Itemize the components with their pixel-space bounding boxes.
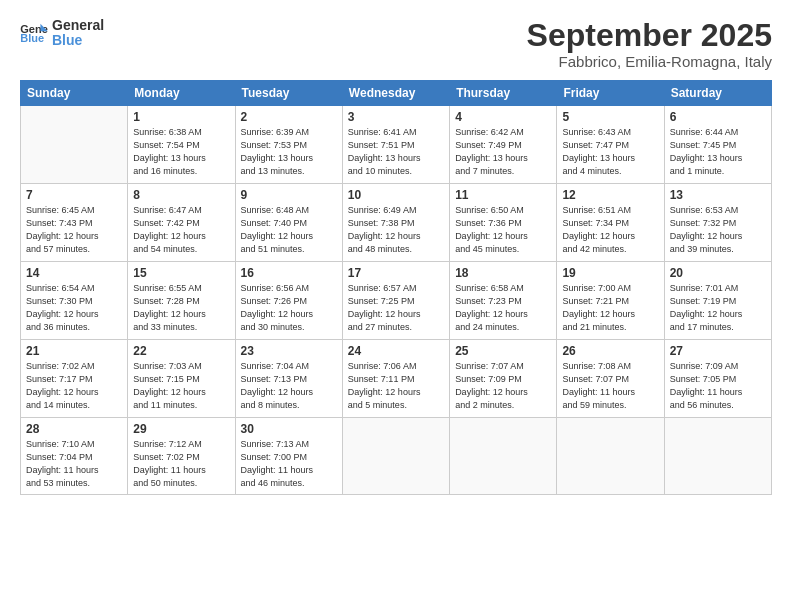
- calendar-cell: 22Sunrise: 7:03 AM Sunset: 7:15 PM Dayli…: [128, 340, 235, 418]
- calendar-cell: 15Sunrise: 6:55 AM Sunset: 7:28 PM Dayli…: [128, 262, 235, 340]
- day-number: 12: [562, 188, 658, 202]
- day-detail: Sunrise: 6:53 AM Sunset: 7:32 PM Dayligh…: [670, 204, 766, 256]
- weekday-header-row: Sunday Monday Tuesday Wednesday Thursday…: [21, 81, 772, 106]
- day-number: 15: [133, 266, 229, 280]
- day-number: 24: [348, 344, 444, 358]
- day-detail: Sunrise: 6:50 AM Sunset: 7:36 PM Dayligh…: [455, 204, 551, 256]
- day-number: 9: [241, 188, 337, 202]
- day-number: 4: [455, 110, 551, 124]
- calendar-cell: 4Sunrise: 6:42 AM Sunset: 7:49 PM Daylig…: [450, 106, 557, 184]
- day-number: 13: [670, 188, 766, 202]
- day-detail: Sunrise: 6:54 AM Sunset: 7:30 PM Dayligh…: [26, 282, 122, 334]
- day-detail: Sunrise: 7:06 AM Sunset: 7:11 PM Dayligh…: [348, 360, 444, 412]
- svg-text:Blue: Blue: [20, 33, 44, 45]
- calendar-cell: 26Sunrise: 7:08 AM Sunset: 7:07 PM Dayli…: [557, 340, 664, 418]
- calendar-cell: 6Sunrise: 6:44 AM Sunset: 7:45 PM Daylig…: [664, 106, 771, 184]
- calendar-cell: 9Sunrise: 6:48 AM Sunset: 7:40 PM Daylig…: [235, 184, 342, 262]
- day-number: 26: [562, 344, 658, 358]
- header-saturday: Saturday: [664, 81, 771, 106]
- day-detail: Sunrise: 7:04 AM Sunset: 7:13 PM Dayligh…: [241, 360, 337, 412]
- calendar-cell: [21, 106, 128, 184]
- calendar-cell: 16Sunrise: 6:56 AM Sunset: 7:26 PM Dayli…: [235, 262, 342, 340]
- calendar-cell: 18Sunrise: 6:58 AM Sunset: 7:23 PM Dayli…: [450, 262, 557, 340]
- day-number: 7: [26, 188, 122, 202]
- calendar-cell: 24Sunrise: 7:06 AM Sunset: 7:11 PM Dayli…: [342, 340, 449, 418]
- calendar-cell: [664, 418, 771, 495]
- day-number: 18: [455, 266, 551, 280]
- calendar-cell: [450, 418, 557, 495]
- header: General Blue General Blue September 2025…: [20, 18, 772, 70]
- day-detail: Sunrise: 7:02 AM Sunset: 7:17 PM Dayligh…: [26, 360, 122, 412]
- day-number: 11: [455, 188, 551, 202]
- calendar-cell: 1Sunrise: 6:38 AM Sunset: 7:54 PM Daylig…: [128, 106, 235, 184]
- day-detail: Sunrise: 7:01 AM Sunset: 7:19 PM Dayligh…: [670, 282, 766, 334]
- day-detail: Sunrise: 6:57 AM Sunset: 7:25 PM Dayligh…: [348, 282, 444, 334]
- calendar-cell: 10Sunrise: 6:49 AM Sunset: 7:38 PM Dayli…: [342, 184, 449, 262]
- day-number: 5: [562, 110, 658, 124]
- logo-icon: General Blue: [20, 22, 48, 44]
- calendar-cell: 12Sunrise: 6:51 AM Sunset: 7:34 PM Dayli…: [557, 184, 664, 262]
- calendar-cell: 23Sunrise: 7:04 AM Sunset: 7:13 PM Dayli…: [235, 340, 342, 418]
- day-detail: Sunrise: 6:58 AM Sunset: 7:23 PM Dayligh…: [455, 282, 551, 334]
- calendar-cell: 3Sunrise: 6:41 AM Sunset: 7:51 PM Daylig…: [342, 106, 449, 184]
- calendar-cell: 30Sunrise: 7:13 AM Sunset: 7:00 PM Dayli…: [235, 418, 342, 495]
- calendar-cell: 25Sunrise: 7:07 AM Sunset: 7:09 PM Dayli…: [450, 340, 557, 418]
- day-number: 20: [670, 266, 766, 280]
- day-detail: Sunrise: 6:55 AM Sunset: 7:28 PM Dayligh…: [133, 282, 229, 334]
- calendar-cell: 13Sunrise: 6:53 AM Sunset: 7:32 PM Dayli…: [664, 184, 771, 262]
- month-title: September 2025: [527, 18, 772, 53]
- day-number: 19: [562, 266, 658, 280]
- header-friday: Friday: [557, 81, 664, 106]
- day-detail: Sunrise: 6:42 AM Sunset: 7:49 PM Dayligh…: [455, 126, 551, 178]
- day-number: 23: [241, 344, 337, 358]
- day-detail: Sunrise: 6:45 AM Sunset: 7:43 PM Dayligh…: [26, 204, 122, 256]
- day-detail: Sunrise: 7:03 AM Sunset: 7:15 PM Dayligh…: [133, 360, 229, 412]
- day-number: 30: [241, 422, 337, 436]
- day-number: 8: [133, 188, 229, 202]
- header-tuesday: Tuesday: [235, 81, 342, 106]
- day-detail: Sunrise: 6:38 AM Sunset: 7:54 PM Dayligh…: [133, 126, 229, 178]
- day-detail: Sunrise: 6:51 AM Sunset: 7:34 PM Dayligh…: [562, 204, 658, 256]
- calendar-cell: 11Sunrise: 6:50 AM Sunset: 7:36 PM Dayli…: [450, 184, 557, 262]
- calendar-cell: 14Sunrise: 6:54 AM Sunset: 7:30 PM Dayli…: [21, 262, 128, 340]
- calendar-cell: 29Sunrise: 7:12 AM Sunset: 7:02 PM Dayli…: [128, 418, 235, 495]
- day-detail: Sunrise: 6:47 AM Sunset: 7:42 PM Dayligh…: [133, 204, 229, 256]
- calendar-cell: 5Sunrise: 6:43 AM Sunset: 7:47 PM Daylig…: [557, 106, 664, 184]
- day-detail: Sunrise: 6:56 AM Sunset: 7:26 PM Dayligh…: [241, 282, 337, 334]
- day-detail: Sunrise: 7:00 AM Sunset: 7:21 PM Dayligh…: [562, 282, 658, 334]
- header-wednesday: Wednesday: [342, 81, 449, 106]
- day-detail: Sunrise: 7:09 AM Sunset: 7:05 PM Dayligh…: [670, 360, 766, 412]
- day-detail: Sunrise: 6:41 AM Sunset: 7:51 PM Dayligh…: [348, 126, 444, 178]
- day-detail: Sunrise: 6:48 AM Sunset: 7:40 PM Dayligh…: [241, 204, 337, 256]
- calendar-cell: 28Sunrise: 7:10 AM Sunset: 7:04 PM Dayli…: [21, 418, 128, 495]
- day-number: 3: [348, 110, 444, 124]
- day-detail: Sunrise: 6:49 AM Sunset: 7:38 PM Dayligh…: [348, 204, 444, 256]
- location-title: Fabbrico, Emilia-Romagna, Italy: [527, 53, 772, 70]
- header-monday: Monday: [128, 81, 235, 106]
- calendar-cell: 21Sunrise: 7:02 AM Sunset: 7:17 PM Dayli…: [21, 340, 128, 418]
- calendar-cell: [557, 418, 664, 495]
- title-block: September 2025 Fabbrico, Emilia-Romagna,…: [527, 18, 772, 70]
- calendar-cell: 20Sunrise: 7:01 AM Sunset: 7:19 PM Dayli…: [664, 262, 771, 340]
- day-number: 21: [26, 344, 122, 358]
- day-detail: Sunrise: 7:07 AM Sunset: 7:09 PM Dayligh…: [455, 360, 551, 412]
- day-number: 27: [670, 344, 766, 358]
- header-thursday: Thursday: [450, 81, 557, 106]
- day-number: 1: [133, 110, 229, 124]
- day-number: 22: [133, 344, 229, 358]
- day-number: 2: [241, 110, 337, 124]
- page: General Blue General Blue September 2025…: [0, 0, 792, 612]
- day-number: 17: [348, 266, 444, 280]
- day-detail: Sunrise: 7:08 AM Sunset: 7:07 PM Dayligh…: [562, 360, 658, 412]
- calendar: Sunday Monday Tuesday Wednesday Thursday…: [20, 80, 772, 495]
- day-detail: Sunrise: 6:39 AM Sunset: 7:53 PM Dayligh…: [241, 126, 337, 178]
- calendar-cell: [342, 418, 449, 495]
- logo-text-general: General: [52, 18, 104, 33]
- calendar-cell: 8Sunrise: 6:47 AM Sunset: 7:42 PM Daylig…: [128, 184, 235, 262]
- calendar-cell: 2Sunrise: 6:39 AM Sunset: 7:53 PM Daylig…: [235, 106, 342, 184]
- day-number: 6: [670, 110, 766, 124]
- day-detail: Sunrise: 6:44 AM Sunset: 7:45 PM Dayligh…: [670, 126, 766, 178]
- header-sunday: Sunday: [21, 81, 128, 106]
- day-number: 16: [241, 266, 337, 280]
- calendar-cell: 19Sunrise: 7:00 AM Sunset: 7:21 PM Dayli…: [557, 262, 664, 340]
